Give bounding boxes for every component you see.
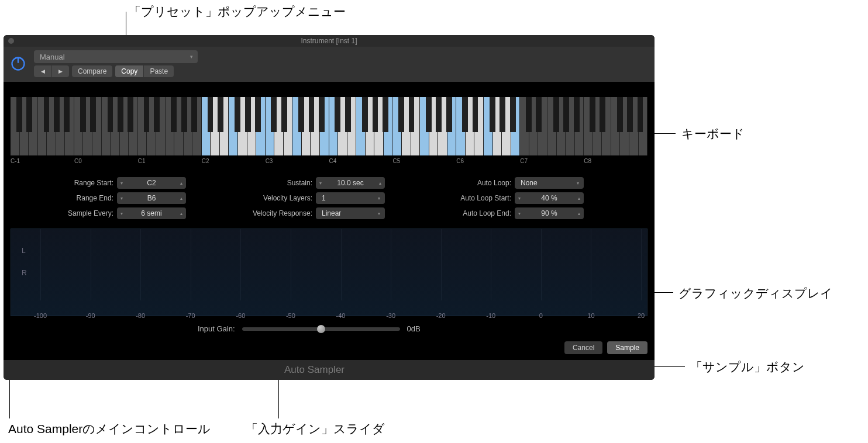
- next-preset-button[interactable]: ▶: [51, 65, 69, 77]
- white-key[interactable]: [92, 97, 102, 155]
- white-key[interactable]: [47, 97, 56, 155]
- white-key[interactable]: [629, 97, 639, 155]
- white-key[interactable]: [174, 97, 184, 155]
- titlebar[interactable]: Instrument [Inst 1]: [4, 35, 655, 47]
- white-key[interactable]: [566, 97, 575, 155]
- white-key[interactable]: [620, 97, 629, 155]
- white-key[interactable]: [220, 97, 229, 155]
- plugin-footer: Auto Sampler: [4, 360, 655, 380]
- white-key[interactable]: [266, 97, 275, 155]
- white-key[interactable]: [56, 97, 66, 155]
- white-key[interactable]: [65, 97, 74, 155]
- white-key[interactable]: [192, 97, 202, 155]
- preset-popup[interactable]: Manual: [34, 50, 198, 63]
- white-key[interactable]: [392, 97, 402, 155]
- white-key[interactable]: [29, 97, 38, 155]
- white-key[interactable]: [484, 97, 493, 155]
- slider-thumb[interactable]: [317, 325, 325, 333]
- white-key[interactable]: [511, 97, 521, 155]
- preset-label: Manual: [40, 53, 65, 61]
- white-key[interactable]: [547, 97, 557, 155]
- white-key[interactable]: [256, 97, 266, 155]
- auto-loop-select[interactable]: None: [515, 177, 584, 189]
- white-key[interactable]: [429, 97, 439, 155]
- white-key[interactable]: [202, 97, 211, 155]
- white-key[interactable]: [329, 97, 339, 155]
- white-key[interactable]: [384, 97, 393, 155]
- input-gain-slider[interactable]: [242, 327, 400, 331]
- white-key[interactable]: [557, 97, 566, 155]
- close-icon[interactable]: [8, 38, 14, 44]
- range-end-label: Range End:: [77, 194, 113, 202]
- paste-button[interactable]: Paste: [143, 65, 174, 77]
- copy-button[interactable]: Copy: [115, 65, 143, 77]
- white-key[interactable]: [456, 97, 466, 155]
- white-key[interactable]: [575, 97, 584, 155]
- keyboard[interactable]: [11, 97, 647, 155]
- white-key[interactable]: [111, 97, 120, 155]
- white-key[interactable]: [520, 97, 529, 155]
- white-key[interactable]: [538, 97, 547, 155]
- white-key[interactable]: [466, 97, 475, 155]
- white-key[interactable]: [302, 97, 311, 155]
- white-key[interactable]: [292, 97, 302, 155]
- vel-layers-select[interactable]: 1: [316, 192, 385, 204]
- white-key[interactable]: [11, 97, 20, 155]
- vel-response-select[interactable]: Linear: [316, 207, 385, 219]
- white-key[interactable]: [156, 97, 166, 155]
- meter-tick: -70: [182, 312, 199, 319]
- white-key[interactable]: [138, 97, 147, 155]
- white-key[interactable]: [639, 97, 648, 155]
- white-key[interactable]: [74, 97, 84, 155]
- plugin-window: Instrument [Inst 1] Manual ◀ ▶ Compare C…: [4, 35, 655, 380]
- white-key[interactable]: [593, 97, 602, 155]
- white-key[interactable]: [102, 97, 111, 155]
- sample-button[interactable]: Sample: [607, 341, 647, 354]
- white-key[interactable]: [83, 97, 92, 155]
- meter-grid: [40, 229, 641, 298]
- white-key[interactable]: [447, 97, 457, 155]
- auto-loop-end-stepper[interactable]: 90 %: [515, 207, 584, 219]
- white-key[interactable]: [411, 97, 421, 155]
- cancel-button[interactable]: Cancel: [564, 341, 602, 354]
- white-key[interactable]: [420, 97, 429, 155]
- white-key[interactable]: [311, 97, 320, 155]
- white-key[interactable]: [274, 97, 284, 155]
- white-key[interactable]: [238, 97, 247, 155]
- white-key[interactable]: [493, 97, 502, 155]
- white-key[interactable]: [247, 97, 257, 155]
- white-key[interactable]: [584, 97, 593, 155]
- white-key[interactable]: [20, 97, 29, 155]
- white-key[interactable]: [211, 97, 220, 155]
- white-key[interactable]: [184, 97, 193, 155]
- white-key[interactable]: [147, 97, 156, 155]
- white-key[interactable]: [402, 97, 411, 155]
- white-key[interactable]: [438, 97, 447, 155]
- sustain-stepper[interactable]: 10.0 sec: [316, 177, 385, 189]
- white-key[interactable]: [229, 97, 238, 155]
- white-key[interactable]: [356, 97, 366, 155]
- white-key[interactable]: [529, 97, 539, 155]
- white-key[interactable]: [338, 97, 347, 155]
- prev-preset-button[interactable]: ◀: [34, 65, 51, 77]
- white-key[interactable]: [284, 97, 293, 155]
- range-end-stepper[interactable]: B6: [117, 192, 186, 204]
- white-key[interactable]: [374, 97, 384, 155]
- sample-every-stepper[interactable]: 6 semi: [117, 207, 186, 219]
- white-key[interactable]: [129, 97, 138, 155]
- white-key[interactable]: [502, 97, 511, 155]
- white-key[interactable]: [347, 97, 357, 155]
- white-key[interactable]: [120, 97, 129, 155]
- white-key[interactable]: [602, 97, 611, 155]
- white-key[interactable]: [611, 97, 621, 155]
- white-key[interactable]: [38, 97, 47, 155]
- range-start-stepper[interactable]: C2: [117, 177, 186, 189]
- white-key[interactable]: [366, 97, 375, 155]
- one-shot-label: One Shot:: [628, 178, 655, 188]
- compare-button[interactable]: Compare: [72, 65, 112, 77]
- power-button[interactable]: [8, 54, 28, 74]
- white-key[interactable]: [320, 97, 329, 155]
- auto-loop-start-stepper[interactable]: 40 %: [515, 192, 584, 204]
- white-key[interactable]: [166, 97, 175, 155]
- white-key[interactable]: [474, 97, 484, 155]
